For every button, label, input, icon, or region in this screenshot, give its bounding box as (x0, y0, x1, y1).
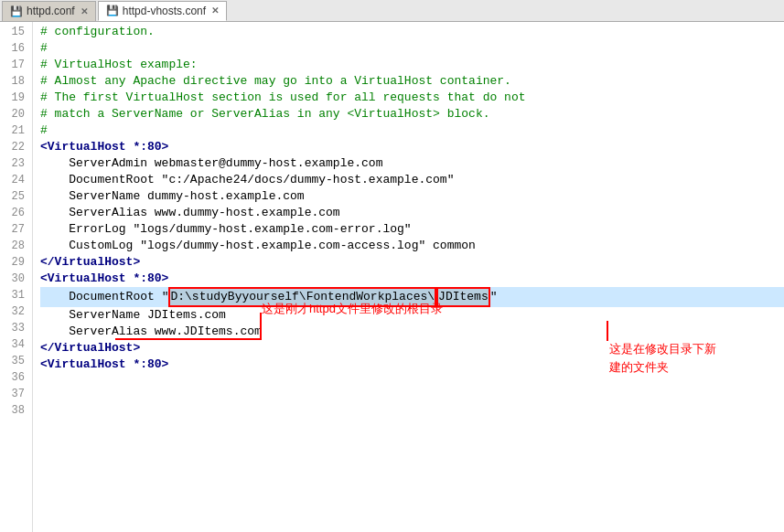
close-icon[interactable]: ✕ (81, 6, 88, 16)
path-highlight: D:\studyByyourself\FontendWorkplaces\ (168, 287, 436, 307)
code-line-25: DocumentRoot "c:/Apache24/docs/dummy-hos… (40, 172, 784, 188)
line-number-19: 19 (7, 90, 25, 106)
line-number-29: 29 (7, 254, 25, 271)
line-number-23: 23 (7, 155, 25, 172)
line-number-37: 37 (7, 386, 25, 402)
close-icon-2[interactable]: ✕ (211, 5, 219, 16)
tab-label-2: httpd-vhosts.conf (123, 5, 206, 17)
code-line-33: DocumentRoot "D:\studyByyourself\Fontend… (40, 287, 784, 307)
code-line-29: CustomLog "logs/dummy-host.example.com-a… (40, 238, 784, 254)
code-content[interactable]: # configuration.## VirtualHost example:#… (33, 22, 784, 532)
line-number-21: 21 (7, 122, 25, 139)
line-number-18: 18 (7, 73, 25, 90)
line-number-33: 33 (7, 320, 25, 336)
code-line-15: # configuration. (40, 24, 784, 40)
code-line-20: # The first VirtualHost section is used … (40, 90, 784, 106)
save-icon-2: 💾 (106, 5, 119, 16)
line-number-26: 26 (7, 205, 25, 221)
line-number-25: 25 (7, 188, 25, 205)
line-number-36: 36 (7, 369, 25, 386)
line-number-16: 16 (7, 40, 25, 57)
line-number-20: 20 (7, 106, 25, 122)
line-number-30: 30 (7, 271, 25, 287)
line-number-32: 32 (7, 303, 25, 320)
line-number-35: 35 (7, 353, 25, 369)
save-icon: 💾 (10, 5, 23, 17)
line-number-24: 24 (7, 172, 25, 188)
line-number-22: 22 (7, 139, 25, 155)
line-number-34: 34 (7, 336, 25, 353)
code-line-22: # (40, 122, 784, 139)
line-number-17: 17 (7, 57, 25, 73)
code-line-18: # VirtualHost example: (40, 57, 784, 73)
line-number-27: 27 (7, 221, 25, 238)
code-area: 1516171819202122232425262728293031323334… (0, 22, 784, 532)
code-line-17: # (40, 40, 784, 57)
code-line-26: ServerName dummy-host.example.com (40, 188, 784, 205)
line-number-15: 15 (7, 24, 25, 40)
code-line-27: ServerAlias www.dummy-host.example.com (40, 205, 784, 221)
code-line-21: # match a ServerName or ServerAlias in a… (40, 106, 784, 122)
code-line-36: </VirtualHost> (40, 340, 784, 356)
tab-label: httpd.conf (27, 5, 75, 17)
code-line-34: ServerName JDItems.com (40, 307, 784, 324)
code-line-24: ServerAdmin webmaster@dummy-host.example… (40, 155, 784, 172)
line-number-38: 38 (7, 402, 25, 419)
code-line-30: </VirtualHost> (40, 254, 784, 271)
line-numbers: 1516171819202122232425262728293031323334… (0, 22, 33, 532)
line-number-28: 28 (7, 238, 25, 254)
jditems-highlight: JDItems (436, 287, 490, 307)
code-line-28: ErrorLog "logs/dummy-host.example.com-er… (40, 221, 784, 238)
tab-bar: 💾 httpd.conf ✕ 💾 httpd-vhosts.conf ✕ (0, 0, 784, 22)
tab-httpd-conf[interactable]: 💾 httpd.conf ✕ (2, 1, 96, 21)
code-line-35: ServerAlias www.JDItems.com (40, 324, 784, 340)
code-line-23: <VirtualHost *:80> (40, 139, 784, 155)
tab-httpd-vhosts-conf[interactable]: 💾 httpd-vhosts.conf ✕ (98, 1, 227, 21)
line-number-31: 31 (7, 287, 25, 303)
code-line-38: <VirtualHost *:80> (40, 356, 784, 373)
code-line-32: <VirtualHost *:80> (40, 271, 784, 287)
code-line-19: # Almost any Apache directive may go int… (40, 73, 784, 90)
